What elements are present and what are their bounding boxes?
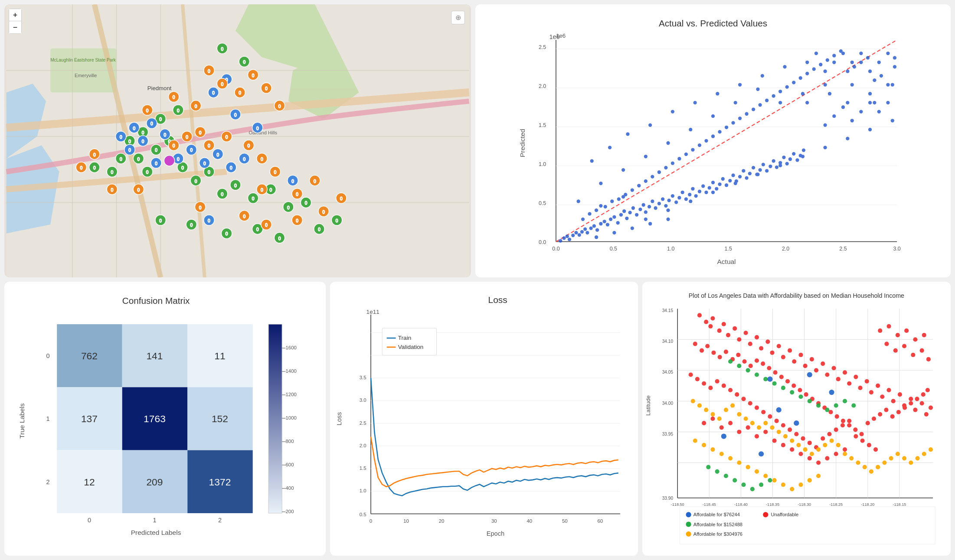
svg-text:0: 0 (234, 113, 237, 117)
svg-point-492 (711, 316, 715, 320)
svg-point-622 (904, 329, 909, 333)
svg-point-517 (843, 370, 847, 374)
svg-point-385 (841, 52, 845, 55)
svg-text:33.95: 33.95 (662, 432, 674, 436)
svg-point-545 (761, 361, 765, 366)
svg-text:-118.15: -118.15 (893, 502, 906, 507)
svg-point-709 (807, 372, 812, 377)
svg-point-333 (778, 101, 782, 104)
svg-point-281 (604, 205, 607, 208)
svg-point-505 (777, 344, 781, 348)
svg-point-358 (693, 101, 697, 104)
svg-point-548 (779, 374, 784, 379)
svg-point-580 (735, 392, 739, 397)
svg-point-357 (671, 110, 674, 113)
svg-point-640 (750, 421, 755, 425)
svg-point-346 (756, 173, 759, 176)
svg-point-271 (782, 156, 785, 159)
svg-point-237 (667, 199, 670, 202)
zoom-in-button[interactable]: + (9, 9, 21, 21)
svg-point-223 (622, 209, 626, 213)
svg-point-272 (785, 162, 789, 165)
svg-point-541 (736, 353, 741, 357)
svg-point-370 (631, 226, 634, 230)
svg-point-685 (746, 368, 750, 372)
svg-point-630 (926, 357, 931, 361)
svg-text:12: 12 (84, 476, 95, 488)
svg-point-567 (896, 410, 901, 414)
svg-point-619 (878, 329, 883, 333)
svg-point-658 (869, 469, 873, 474)
svg-text:0: 0 (133, 126, 135, 131)
svg-point-694 (825, 408, 830, 412)
svg-point-290 (664, 166, 667, 169)
svg-point-520 (858, 386, 863, 390)
svg-point-224 (625, 217, 628, 220)
svg-point-512 (814, 368, 818, 372)
svg-point-504 (770, 351, 775, 355)
svg-text:0: 0 (195, 104, 197, 109)
svg-point-714 (686, 512, 691, 517)
svg-point-664 (909, 460, 913, 465)
svg-point-286 (637, 184, 641, 187)
svg-text:1e11: 1e11 (366, 309, 379, 315)
svg-point-612 (790, 447, 794, 452)
svg-point-712 (759, 451, 764, 456)
svg-text:0: 0 (305, 201, 307, 205)
svg-text:10: 10 (403, 518, 409, 524)
svg-point-589 (795, 432, 799, 436)
svg-point-670 (711, 447, 715, 452)
svg-point-255 (728, 179, 732, 182)
svg-point-573 (689, 372, 693, 377)
svg-rect-0 (7, 4, 469, 277)
svg-text:-118.50: -118.50 (671, 502, 684, 507)
svg-text:209: 209 (146, 476, 163, 488)
svg-point-303 (752, 107, 755, 111)
svg-text:34.05: 34.05 (662, 370, 674, 374)
svg-point-259 (742, 169, 745, 173)
svg-point-678 (781, 482, 785, 487)
svg-text:0: 0 (111, 188, 114, 192)
svg-text:0: 0 (128, 148, 131, 153)
svg-point-375 (841, 105, 845, 109)
svg-point-605 (728, 421, 733, 425)
validation-legend-label: Validation (398, 344, 423, 350)
svg-text:50: 50 (562, 518, 568, 524)
svg-text:0: 0 (318, 227, 321, 232)
svg-point-701 (733, 478, 737, 482)
svg-point-716 (686, 531, 691, 537)
svg-point-356 (648, 123, 652, 127)
svg-point-490 (697, 313, 702, 317)
svg-point-343 (689, 199, 692, 203)
svg-point-661 (889, 456, 893, 460)
svg-point-280 (595, 208, 598, 212)
zoom-out-button[interactable]: − (9, 21, 21, 33)
svg-text:0: 0 (208, 170, 210, 175)
svg-point-306 (772, 94, 775, 98)
svg-point-609 (764, 430, 768, 434)
svg-point-557 (835, 414, 839, 419)
svg-text:1763: 1763 (144, 413, 166, 424)
svg-point-576 (709, 386, 713, 390)
svg-point-239 (674, 200, 678, 204)
svg-text:-118.20: -118.20 (861, 502, 875, 507)
svg-point-571 (921, 392, 926, 397)
svg-point-232 (651, 199, 654, 203)
svg-point-705 (768, 478, 772, 482)
svg-point-666 (922, 452, 926, 456)
svg-text:0: 0 (177, 108, 180, 113)
svg-point-591 (808, 441, 812, 445)
svg-point-641 (757, 425, 761, 430)
svg-point-345 (734, 182, 737, 185)
svg-point-283 (617, 197, 621, 201)
svg-point-368 (595, 235, 598, 239)
svg-point-600 (867, 443, 871, 447)
svg-text:11: 11 (214, 350, 225, 361)
svg-point-229 (642, 203, 645, 207)
svg-point-381 (805, 61, 809, 64)
svg-rect-393 (268, 324, 282, 513)
svg-point-521 (865, 379, 869, 384)
svg-point-629 (920, 348, 924, 353)
svg-text:0: 0 (203, 161, 206, 166)
svg-point-388 (868, 69, 872, 73)
